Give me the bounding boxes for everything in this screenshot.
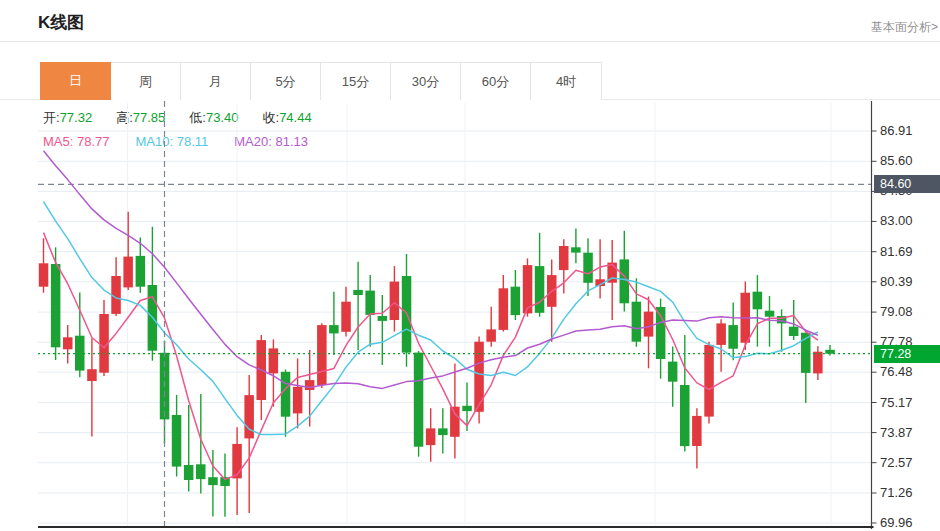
interval-tabs: 日周月5分15分30分60分4时 [40,62,602,99]
last-price-badge: 77.28 [874,345,940,363]
tab-15min[interactable]: 15分 [321,63,391,100]
price-tick-label: 76.48 [880,364,913,380]
tab-day[interactable]: 日 [40,62,111,100]
price-tick-label: 79.08 [880,304,913,320]
fundamental-analysis-link[interactable]: 基本面分析> [871,19,938,36]
tab-30min[interactable]: 30分 [391,63,461,100]
page-title: K线图 [38,11,84,34]
tab-4hour[interactable]: 4时 [531,63,601,100]
price-tick-label: 75.17 [880,395,913,411]
price-tick-label: 73.87 [880,425,913,441]
price-tick-label: 85.60 [880,153,913,169]
price-tick-label: 69.96 [880,515,913,531]
price-tick-label: 81.69 [880,244,913,260]
candlestick-chart[interactable] [0,101,940,531]
crosshair-price-badge: 84.60 [874,175,940,193]
price-tick-label: 71.26 [880,485,913,501]
price-tick-label: 72.57 [880,455,913,471]
price-tick-label: 83.00 [880,213,913,229]
ma20-line [44,151,818,389]
ma10-line [44,202,818,435]
header-divider [0,41,940,42]
tab-week[interactable]: 周 [111,63,181,100]
price-tick-label: 80.39 [880,274,913,290]
price-tick-label: 86.91 [880,123,913,139]
tab-5min[interactable]: 5分 [251,63,321,100]
tab-month[interactable]: 月 [181,63,251,100]
tab-60min[interactable]: 60分 [461,63,531,100]
